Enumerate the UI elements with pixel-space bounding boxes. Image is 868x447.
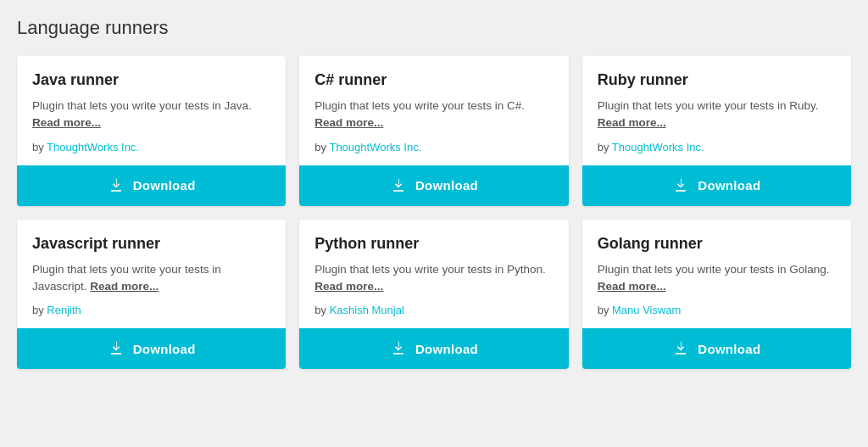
author-link[interactable]: Kashish Munjal (330, 304, 404, 316)
read-more-link[interactable]: Read more... (90, 280, 159, 293)
author-link[interactable]: ThoughtWorks Inc. (329, 141, 421, 154)
card-java-runner: Java runner Plugin that lets you write y… (17, 56, 286, 206)
read-more-link[interactable]: Read more... (314, 116, 383, 129)
card-title: Ruby runner (598, 71, 836, 89)
download-button[interactable]: Download (582, 165, 851, 206)
card-description: Plugin that lets you write your tests in… (314, 261, 553, 296)
cards-grid: Java runner Plugin that lets you write y… (17, 56, 851, 369)
download-icon (390, 340, 407, 357)
read-more-link[interactable]: Read more... (32, 116, 101, 129)
download-label: Download (133, 178, 196, 193)
download-label: Download (415, 342, 478, 356)
download-button[interactable]: Download (299, 328, 568, 369)
download-button[interactable]: Download (17, 165, 286, 206)
card-golang-runner: Golang runner Plugin that lets you write… (582, 220, 851, 370)
card-title: Javascript runner (32, 235, 270, 253)
card-author: by ThoughtWorks Inc. (32, 141, 270, 154)
card-author: by Kashish Munjal (314, 304, 553, 316)
download-label: Download (698, 342, 760, 356)
card-description: Plugin that lets you write your tests in… (32, 98, 270, 132)
author-link[interactable]: ThoughtWorks Inc. (612, 141, 704, 154)
read-more-link[interactable]: Read more... (598, 116, 666, 129)
download-label: Download (133, 342, 196, 356)
card-body: Javascript runner Plugin that lets you w… (17, 220, 286, 329)
download-icon (108, 340, 125, 357)
card-body: Java runner Plugin that lets you write y… (17, 56, 286, 165)
card-csharp-runner: C# runner Plugin that lets you write you… (299, 56, 568, 206)
author-link[interactable]: ThoughtWorks Inc. (47, 141, 139, 154)
read-more-link[interactable]: Read more... (314, 280, 383, 293)
card-title: Golang runner (598, 235, 836, 253)
card-description: Plugin that lets you write your tests in… (598, 98, 836, 132)
card-body: C# runner Plugin that lets you write you… (299, 56, 568, 165)
card-body: Ruby runner Plugin that lets you write y… (582, 56, 851, 165)
download-button[interactable]: Download (17, 328, 286, 369)
card-javascript-runner: Javascript runner Plugin that lets you w… (17, 220, 286, 370)
read-more-link[interactable]: Read more... (598, 280, 666, 293)
author-link[interactable]: Manu Viswam (612, 304, 681, 316)
download-button[interactable]: Download (299, 165, 568, 206)
download-label: Download (415, 178, 478, 193)
card-title: C# runner (314, 71, 553, 89)
card-author: by Renjith (32, 304, 270, 316)
card-author: by ThoughtWorks Inc. (314, 141, 553, 154)
card-author: by ThoughtWorks Inc. (598, 141, 836, 154)
download-icon (672, 340, 689, 357)
card-title: Java runner (32, 71, 270, 89)
card-author: by Manu Viswam (598, 304, 836, 316)
card-body: Golang runner Plugin that lets you write… (582, 220, 851, 329)
author-link[interactable]: Renjith (47, 304, 81, 316)
download-icon (108, 177, 125, 194)
card-python-runner: Python runner Plugin that lets you write… (299, 220, 568, 370)
card-title: Python runner (314, 235, 553, 253)
card-description: Plugin that lets you write your tests in… (314, 98, 553, 132)
card-ruby-runner: Ruby runner Plugin that lets you write y… (582, 56, 851, 206)
card-body: Python runner Plugin that lets you write… (299, 220, 568, 329)
card-description: Plugin that lets you write your tests in… (32, 261, 270, 296)
download-icon (672, 177, 689, 194)
download-label: Download (698, 178, 760, 193)
card-description: Plugin that lets you write your tests in… (598, 261, 836, 296)
page-title: Language runners (17, 17, 851, 39)
download-icon (390, 177, 407, 194)
download-button[interactable]: Download (582, 328, 851, 369)
